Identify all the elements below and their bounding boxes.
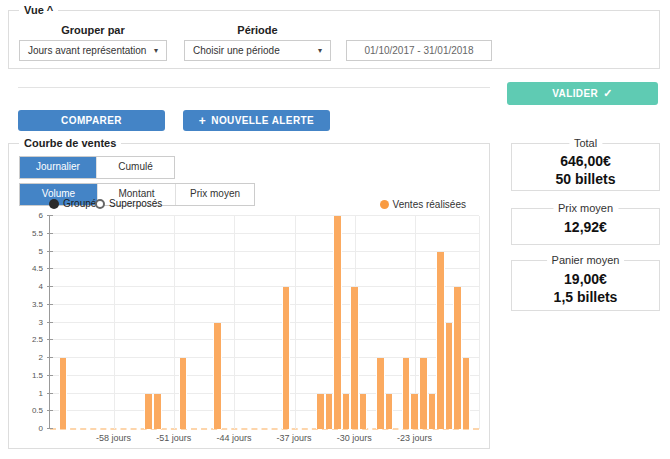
chart-bar[interactable]	[333, 216, 342, 429]
chart-bar[interactable]	[282, 287, 291, 429]
y-axis-tick	[47, 428, 53, 429]
chart-bar[interactable]	[153, 394, 162, 429]
chart-bar[interactable]	[350, 287, 359, 429]
plus-icon: +	[199, 114, 206, 128]
vue-panel-title: Vue^	[19, 3, 58, 17]
chart-bar[interactable]	[179, 358, 188, 429]
y-axis-tick	[47, 286, 53, 287]
y-axis-labels: 00.511.522.533.544.555.56	[11, 216, 46, 429]
v-gridline	[479, 216, 480, 429]
series-legend-label: Ventes réalisées	[393, 199, 466, 210]
total-tickets: 50 billets	[512, 170, 659, 188]
y-tick-label: 1	[39, 390, 43, 398]
chevron-down-icon: ▾	[318, 46, 322, 55]
y-tick-label: 2.5	[32, 336, 43, 344]
total-amount: 646,00€	[512, 152, 659, 170]
v-gridline	[114, 216, 115, 429]
sales-curve-panel: Courbe de ventes Journalier Cumulé Volum…	[8, 143, 490, 449]
y-axis-tick	[47, 304, 53, 305]
total-panel: Total 646,00€ 50 billets	[511, 143, 660, 191]
chart-bar[interactable]	[453, 287, 462, 429]
y-tick-label: 0	[39, 425, 43, 433]
panier-moyen-title: Panier moyen	[547, 253, 625, 267]
tab-prix-moyen[interactable]: Prix moyen	[176, 184, 254, 205]
prix-moyen-panel: Prix moyen 12,92€	[511, 208, 660, 245]
chart-bar[interactable]	[325, 394, 334, 429]
y-tick-label: 6	[39, 212, 43, 220]
x-tick-label: -58 jours	[96, 433, 131, 443]
radio-superposes[interactable]: Superposés	[95, 198, 162, 209]
y-tick-label: 3	[39, 319, 43, 327]
valider-label: VALIDER	[552, 88, 598, 99]
x-tick-label: -23 jours	[397, 433, 432, 443]
y-axis-tick	[47, 268, 53, 269]
series-legend-ventes-realisees[interactable]: Ventes réalisées	[380, 199, 466, 210]
chart-bar[interactable]	[316, 394, 325, 429]
radio-unselected-icon	[95, 199, 105, 209]
chart-bar[interactable]	[402, 358, 411, 429]
chevron-down-icon: ▾	[154, 46, 158, 55]
sales-curve-title: Courbe de ventes	[19, 136, 121, 150]
y-axis-tick	[47, 215, 53, 216]
chart-bar[interactable]	[428, 394, 437, 429]
y-tick-label: 1.5	[32, 372, 43, 380]
group-by-select[interactable]: Jours avant représentation ▾	[19, 40, 167, 61]
radio-superposes-label: Superposés	[109, 198, 162, 209]
y-axis-tick	[47, 393, 53, 394]
chart-bar[interactable]	[213, 323, 222, 430]
nouvelle-alerte-label: NOUVELLE ALERTE	[211, 115, 314, 126]
chart-bar[interactable]	[342, 394, 351, 429]
tab-journalier[interactable]: Journalier	[20, 157, 97, 178]
series-dot-icon	[380, 200, 389, 209]
prix-moyen-title: Prix moyen	[553, 201, 618, 215]
chart-bar[interactable]	[419, 358, 428, 429]
y-axis-tick	[47, 251, 53, 252]
y-axis-tick	[47, 322, 53, 323]
group-by-label: Grouper par	[19, 24, 167, 36]
collapse-caret-icon[interactable]: ^	[47, 4, 53, 16]
y-axis-tick	[47, 233, 53, 234]
y-tick-label: 0.5	[32, 407, 43, 415]
valider-button[interactable]: VALIDER ✓	[507, 82, 658, 105]
y-axis-tick	[47, 357, 53, 358]
y-tick-label: 4	[39, 283, 43, 291]
y-axis-tick	[47, 339, 53, 340]
chart-bar[interactable]	[359, 394, 368, 429]
chart-bar[interactable]	[436, 252, 445, 430]
x-tick-label: -37 jours	[277, 433, 312, 443]
v-gridline	[295, 216, 296, 429]
chart-bar[interactable]	[445, 323, 454, 430]
check-icon: ✓	[603, 87, 613, 100]
chart-bar[interactable]	[410, 394, 419, 429]
vue-title-label: Vue	[24, 4, 44, 16]
chart-bar[interactable]	[462, 358, 471, 429]
total-title: Total	[569, 136, 602, 150]
chart-bar[interactable]	[59, 358, 68, 429]
prix-moyen-amount: 12,92€	[512, 218, 659, 236]
y-axis-tick	[47, 375, 53, 376]
chart-bar[interactable]	[376, 358, 385, 429]
radio-groupes[interactable]: Groupés	[49, 198, 101, 209]
chart-bar[interactable]	[144, 394, 153, 429]
y-tick-label: 5	[39, 248, 43, 256]
x-tick-label: -30 jours	[337, 433, 372, 443]
period-mode-tabs: Journalier Cumulé	[19, 156, 175, 179]
v-gridline	[174, 216, 175, 429]
y-axis-tick	[47, 410, 53, 411]
chart-bar[interactable]	[385, 394, 394, 429]
comparer-button[interactable]: COMPARER	[18, 110, 165, 131]
x-tick-label: -44 jours	[216, 433, 251, 443]
panier-moyen-panel: Panier moyen 19,00€ 1,5 billets	[511, 260, 660, 311]
bar-chart-plot	[49, 216, 479, 429]
x-axis-labels: -58 jours-51 jours-44 jours-37 jours-30 …	[49, 433, 479, 445]
period-label: Période	[184, 24, 331, 36]
nouvelle-alerte-button[interactable]: + NOUVELLE ALERTE	[183, 110, 330, 131]
y-tick-label: 2	[39, 354, 43, 362]
tab-cumule[interactable]: Cumulé	[97, 157, 174, 178]
divider	[18, 87, 490, 88]
date-range-input[interactable]	[346, 40, 492, 61]
period-value: Choisir une période	[193, 45, 280, 56]
panier-moyen-amount: 19,00€	[512, 270, 659, 288]
period-select[interactable]: Choisir une période ▾	[184, 40, 331, 61]
x-tick-label: -51 jours	[156, 433, 191, 443]
